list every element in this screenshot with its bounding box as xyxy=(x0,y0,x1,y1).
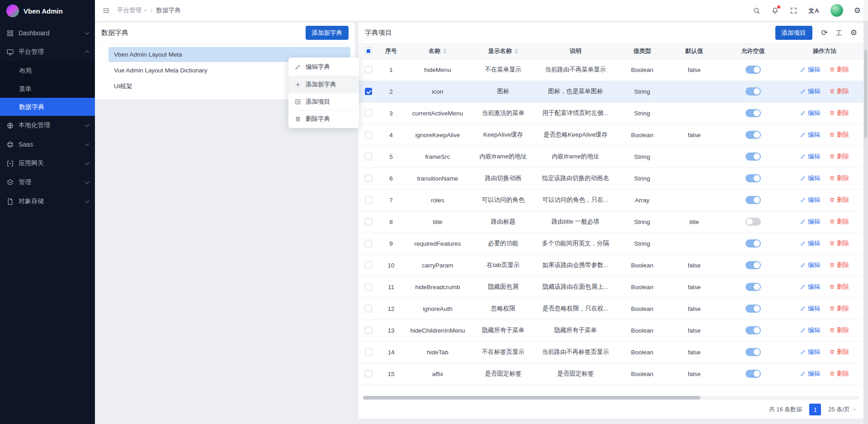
edit-link[interactable]: 编辑 xyxy=(800,196,820,204)
table-row[interactable]: 3 currentActiveMenu 当前激活的菜单 用于配置详情页时左侧..… xyxy=(359,102,863,124)
menu-item-delete-dictionary[interactable]: 删除字典 xyxy=(288,110,359,127)
row-checkbox[interactable] xyxy=(365,327,372,334)
allow-null-toggle[interactable] xyxy=(745,66,761,74)
sidebar-item-menu[interactable]: 菜单 xyxy=(0,80,95,98)
notification-bell-icon[interactable] xyxy=(771,7,779,14)
edit-link[interactable]: 编辑 xyxy=(800,152,820,161)
menu-item-add-item[interactable]: 添加项目 xyxy=(288,93,359,110)
row-checkbox[interactable] xyxy=(365,66,372,73)
delete-link[interactable]: 删除 xyxy=(829,239,849,248)
allow-null-toggle[interactable] xyxy=(745,174,761,182)
vertical-scrollbar-thumb[interactable] xyxy=(864,50,867,138)
row-checkbox[interactable] xyxy=(365,348,372,356)
row-checkbox[interactable] xyxy=(365,110,372,117)
allow-null-toggle[interactable] xyxy=(745,196,761,204)
table-row[interactable]: 15 affix 是否固定标签 是否固定标签 Boolean false 编辑 … xyxy=(359,363,863,385)
allow-null-toggle[interactable] xyxy=(745,109,761,117)
row-checkbox[interactable] xyxy=(365,283,372,291)
allow-null-toggle[interactable] xyxy=(745,326,761,334)
vertical-scrollbar[interactable] xyxy=(863,0,868,424)
fullscreen-icon[interactable] xyxy=(790,7,797,14)
allow-null-toggle[interactable] xyxy=(745,152,761,161)
allow-null-toggle[interactable] xyxy=(745,261,761,269)
edit-link[interactable]: 编辑 xyxy=(800,348,820,356)
row-checkbox[interactable] xyxy=(365,370,372,377)
menu-item-add-dictionary[interactable]: 添加新字典 xyxy=(288,76,359,93)
delete-link[interactable]: 删除 xyxy=(829,131,849,139)
column-settings-gear-icon[interactable]: ⚙ xyxy=(850,29,857,37)
edit-link[interactable]: 编辑 xyxy=(800,239,820,248)
sort-icons[interactable] xyxy=(443,48,447,54)
app-logo[interactable]: Vben Admin xyxy=(0,0,95,22)
table-row[interactable]: 8 title 路由标题 路由title 一般必填 String title 编… xyxy=(359,211,863,233)
allow-null-toggle[interactable] xyxy=(745,305,761,313)
allow-null-toggle[interactable] xyxy=(745,218,761,226)
delete-link[interactable]: 删除 xyxy=(829,196,849,204)
row-checkbox[interactable] xyxy=(365,88,372,95)
delete-link[interactable]: 删除 xyxy=(829,174,849,182)
sidebar-item-platform-management[interactable]: 平台管理 xyxy=(0,43,95,62)
delete-link[interactable]: 删除 xyxy=(829,283,849,291)
page-size-select[interactable]: 25 条/页 xyxy=(828,405,855,414)
edit-link[interactable]: 编辑 xyxy=(800,87,820,95)
table-row[interactable]: 10 carryParam 在tab页显示 如果该路由会携带参数... Bool… xyxy=(359,254,863,276)
edit-link[interactable]: 编辑 xyxy=(800,131,820,139)
delete-link[interactable]: 删除 xyxy=(829,66,849,74)
row-checkbox[interactable] xyxy=(365,153,372,160)
table-row[interactable]: 4 ignoreKeepAlive KeepAlive缓存 是否忽略KeepAl… xyxy=(359,124,863,146)
sidebar-item-data-dictionary[interactable]: 数据字典 xyxy=(0,98,95,116)
delete-link[interactable]: 删除 xyxy=(829,152,849,161)
edit-link[interactable]: 编辑 xyxy=(800,66,820,74)
translate-icon[interactable]: 文A xyxy=(808,8,819,14)
horizontal-scrollbar-thumb[interactable] xyxy=(363,396,700,400)
allow-null-toggle[interactable] xyxy=(745,370,761,378)
edit-link[interactable]: 编辑 xyxy=(800,326,820,334)
table-row[interactable]: 13 hideChildrenInMenu 隐藏所有子菜单 隐藏所有子菜单 Bo… xyxy=(359,319,863,341)
row-checkbox[interactable] xyxy=(365,175,372,182)
table-row[interactable]: 14 hideTab 不在标签页显示 当前路由不再标签页显示 Boolean f… xyxy=(359,341,863,363)
row-checkbox[interactable] xyxy=(365,240,372,247)
select-all-checkbox[interactable] xyxy=(365,48,372,55)
table-row[interactable]: 1 hideMenu 不在菜单显示 当前路由不再菜单显示 Boolean fal… xyxy=(359,59,863,81)
table-row[interactable]: 11 hideBreadcrumb 隐藏面包屑 隐藏该路由在面包屑上... Bo… xyxy=(359,276,863,298)
sidebar-item-dashboard[interactable]: Dashboard xyxy=(0,24,95,43)
sidebar-item-management[interactable]: 管理 xyxy=(0,173,95,192)
row-checkbox[interactable] xyxy=(365,218,372,225)
edit-link[interactable]: 编辑 xyxy=(800,370,820,378)
edit-link[interactable]: 编辑 xyxy=(800,218,820,226)
table-row[interactable]: 9 requiredFeatures 必要的功能 多个功能间用英文，分隔 Str… xyxy=(359,233,863,254)
add-item-button[interactable]: 添加项目 xyxy=(775,26,812,40)
sidebar-item-localization[interactable]: 本地化管理 xyxy=(0,116,95,135)
edit-link[interactable]: 编辑 xyxy=(800,283,820,291)
delete-link[interactable]: 删除 xyxy=(829,261,849,269)
sidebar-item-object-storage[interactable]: 对象存储 xyxy=(0,192,95,211)
settings-gear-icon[interactable]: ⚙ xyxy=(854,7,861,14)
sidebar-item-saas[interactable]: Saas xyxy=(0,135,95,154)
delete-link[interactable]: 删除 xyxy=(829,370,849,378)
col-display-name[interactable]: 显示名称 xyxy=(472,43,535,59)
row-checkbox[interactable] xyxy=(365,196,372,204)
edit-link[interactable]: 编辑 xyxy=(800,174,820,182)
add-dictionary-button[interactable]: 添加新字典 xyxy=(306,26,349,40)
horizontal-scrollbar[interactable] xyxy=(363,396,859,400)
table-row[interactable]: 6 transitionName 路由切换动画 指定该路由切换的动画名 Stri… xyxy=(359,167,863,189)
breadcrumb-item-platform[interactable]: 平台管理 xyxy=(117,6,146,14)
delete-link[interactable]: 删除 xyxy=(829,348,849,356)
edit-link[interactable]: 编辑 xyxy=(800,261,820,269)
sidebar-item-app-gateway[interactable]: 应用网关 xyxy=(0,154,95,173)
delete-link[interactable]: 删除 xyxy=(829,305,849,313)
edit-link[interactable]: 编辑 xyxy=(800,305,820,313)
allow-null-toggle[interactable] xyxy=(745,348,761,356)
allow-null-toggle[interactable] xyxy=(745,239,761,248)
table-row[interactable]: 5 frameSrc 内嵌iframe的地址 内嵌iframe的地址 Strin… xyxy=(359,146,863,167)
collapse-sidebar-icon[interactable] xyxy=(102,7,110,14)
delete-link[interactable]: 删除 xyxy=(829,326,849,334)
user-avatar[interactable] xyxy=(830,4,843,17)
delete-link[interactable]: 删除 xyxy=(829,109,849,117)
menu-item-edit-dictionary[interactable]: 编辑字典 xyxy=(288,58,359,76)
search-icon[interactable] xyxy=(753,7,760,14)
table-row[interactable]: 7 roles 可以访问的角色 可以访问的角色，只在... Array 编辑 删… xyxy=(359,189,863,211)
allow-null-toggle[interactable] xyxy=(745,131,761,139)
page-number-button[interactable]: 1 xyxy=(809,404,821,415)
edit-link[interactable]: 编辑 xyxy=(800,109,820,117)
